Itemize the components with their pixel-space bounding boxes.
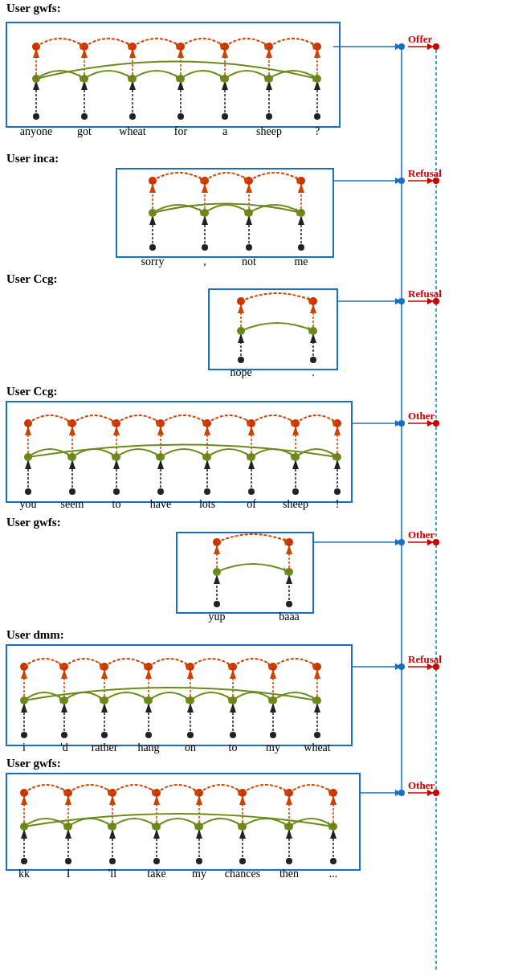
svg-marker-91 [298, 215, 304, 225]
svg-text:kk: kk [18, 868, 30, 880]
svg-marker-316 [270, 669, 276, 679]
svg-point-186 [333, 453, 341, 461]
svg-text:?: ? [315, 125, 320, 137]
svg-marker-142 [308, 326, 313, 334]
svg-marker-212 [111, 452, 116, 460]
svg-marker-90 [246, 215, 252, 225]
svg-text:then: then [279, 868, 299, 880]
svg-marker-317 [314, 669, 320, 679]
svg-point-365 [330, 858, 337, 864]
svg-marker-399 [65, 795, 71, 805]
svg-text:yup: yup [209, 610, 226, 623]
svg-marker-398 [21, 795, 27, 805]
svg-marker-333 [59, 662, 64, 670]
svg-marker-375 [65, 829, 71, 839]
svg-marker-109 [243, 208, 249, 216]
svg-text:a: a [222, 125, 228, 137]
svg-point-128 [238, 357, 244, 363]
svg-marker-132 [238, 333, 244, 343]
svg-point-443 [433, 790, 439, 796]
svg-text:'ll: 'll [108, 868, 116, 880]
svg-point-209 [292, 419, 300, 427]
svg-marker-235 [395, 420, 402, 427]
diagram-container: anyone got wheat for a sheep ? Offer Use… [0, 0, 514, 16]
svg-marker-61 [312, 42, 317, 50]
svg-text:wheat: wheat [304, 741, 331, 753]
svg-marker-41 [266, 48, 272, 58]
svg-point-95 [297, 209, 305, 217]
svg-marker-89 [202, 215, 208, 225]
svg-point-162 [334, 488, 341, 495]
svg-point-273 [145, 732, 152, 738]
svg-marker-62 [312, 74, 317, 82]
svg-text:User dmm:: User dmm: [6, 628, 64, 641]
svg-marker-40 [222, 48, 228, 58]
svg-marker-19 [222, 80, 228, 90]
svg-point-277 [314, 732, 320, 738]
svg-point-236 [398, 420, 405, 427]
svg-point-359 [65, 858, 71, 864]
svg-text:Other: Other [408, 410, 434, 422]
svg-point-183 [203, 453, 211, 461]
svg-marker-112 [243, 176, 249, 184]
svg-marker-253 [214, 545, 220, 554]
svg-marker-247 [214, 574, 220, 584]
svg-point-48 [265, 43, 273, 51]
svg-marker-133 [310, 333, 316, 343]
svg-marker-422 [107, 788, 112, 796]
svg-point-106 [245, 177, 253, 185]
svg-text:,: , [203, 255, 206, 267]
svg-marker-424 [194, 788, 199, 796]
svg-marker-400 [109, 795, 116, 805]
svg-text:.: . [312, 366, 315, 378]
svg-marker-378 [196, 829, 202, 839]
svg-marker-314 [187, 669, 194, 679]
svg-marker-328 [143, 696, 149, 704]
svg-marker-332 [312, 696, 317, 704]
svg-point-267 [433, 539, 439, 545]
svg-text:on: on [185, 741, 196, 753]
svg-text:rather: rather [92, 741, 118, 753]
svg-marker-331 [267, 696, 273, 704]
svg-point-23 [80, 75, 88, 83]
svg-marker-419 [284, 822, 289, 830]
svg-marker-428 [328, 822, 333, 830]
svg-point-185 [292, 453, 300, 461]
svg-marker-52 [175, 74, 181, 82]
svg-point-385 [153, 823, 161, 831]
svg-marker-337 [227, 662, 233, 670]
svg-text:my: my [266, 741, 280, 753]
svg-point-323 [229, 663, 237, 671]
svg-point-83 [298, 244, 304, 251]
svg-point-272 [101, 732, 108, 738]
svg-marker-327 [99, 696, 104, 704]
svg-text:anyone: anyone [20, 125, 52, 137]
svg-text:Refusal: Refusal [408, 653, 442, 665]
svg-point-25 [177, 75, 185, 83]
svg-point-383 [64, 823, 72, 831]
svg-point-161 [292, 488, 299, 495]
svg-point-46 [177, 43, 185, 51]
svg-marker-214 [202, 452, 207, 460]
svg-marker-50 [79, 74, 84, 82]
svg-text:sheep: sheep [283, 498, 308, 510]
svg-text:you: you [20, 498, 37, 510]
svg-text:not: not [242, 255, 256, 267]
svg-point-362 [196, 858, 202, 864]
svg-marker-110 [296, 208, 301, 216]
svg-marker-57 [127, 42, 133, 50]
svg-marker-38 [129, 48, 136, 58]
svg-point-104 [149, 177, 157, 185]
svg-point-181 [112, 453, 120, 461]
svg-point-26 [221, 75, 229, 83]
svg-text:User gwfs:: User gwfs: [6, 757, 61, 770]
svg-marker-310 [21, 669, 27, 679]
svg-rect-269 [6, 645, 352, 745]
svg-marker-262 [395, 539, 402, 545]
svg-marker-36 [33, 48, 39, 58]
svg-point-319 [60, 663, 68, 671]
svg-marker-330 [227, 696, 233, 704]
svg-point-299 [229, 696, 237, 704]
svg-point-47 [221, 43, 229, 51]
svg-marker-197 [113, 426, 120, 435]
